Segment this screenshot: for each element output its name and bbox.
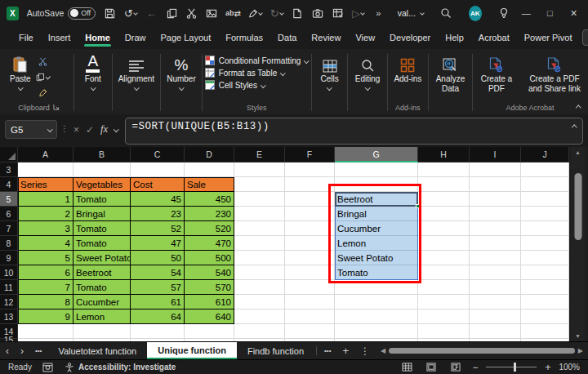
formula-input[interactable]: =SORT(UNIQUE(B5:B13)) <box>125 118 583 145</box>
column-header-A[interactable]: A <box>18 147 74 163</box>
cell-D4[interactable]: Sale <box>185 177 234 192</box>
cell-A9[interactable]: 5 <box>18 251 74 265</box>
row-header-15[interactable]: 15 <box>0 339 18 341</box>
font-button[interactable]: A Font <box>82 52 105 89</box>
cell-B11[interactable]: Tomato <box>74 280 131 295</box>
number-dropdown-icon[interactable] <box>179 85 184 90</box>
new-file-icon[interactable] <box>292 6 304 20</box>
cell-D5[interactable]: 450 <box>185 192 234 207</box>
undo-dropdown-icon[interactable] <box>133 11 138 16</box>
create-pdf-share-button[interactable]: Create a PDF and Share link <box>524 52 585 93</box>
enter-icon[interactable]: ✓ <box>86 124 94 136</box>
cell-C4[interactable]: Cost <box>131 177 185 192</box>
copy-icon[interactable] <box>166 6 178 20</box>
hscroll-left-icon[interactable]: ◀ <box>381 347 385 354</box>
cell-D11[interactable]: 570 <box>185 280 234 295</box>
cell-styles-button[interactable]: Cell Styles <box>205 80 309 90</box>
format-as-table-button[interactable]: Format as Table <box>205 68 309 78</box>
format-as-table-dropdown-icon[interactable] <box>280 70 285 75</box>
create-pdf-button[interactable]: Create a PDF <box>475 52 518 93</box>
cell-G5[interactable]: Beetroot <box>335 192 418 207</box>
cells-dropdown-icon[interactable] <box>327 85 332 90</box>
ribbon-tab-help[interactable]: Help <box>438 29 471 47</box>
row-header-11[interactable]: 11 <box>0 280 18 295</box>
sheet-menu-icon[interactable]: ••• <box>29 342 47 359</box>
cell-C8[interactable]: 47 <box>131 236 185 251</box>
cell-A4[interactable]: Series <box>18 177 74 192</box>
conditional-formatting-button[interactable]: Conditional Formatting <box>205 56 309 65</box>
sheet-tab-valuetotext-function[interactable]: Valuetotext function <box>47 342 147 359</box>
cell-G10[interactable]: Tomato <box>335 265 418 280</box>
format-painter-icon[interactable] <box>248 6 262 20</box>
table-properties-icon[interactable] <box>332 6 344 20</box>
page-break-view-icon[interactable] <box>448 363 464 372</box>
select-all-corner[interactable] <box>0 147 18 163</box>
cells-button[interactable]: Cells <box>317 52 341 89</box>
ribbon-tab-review[interactable]: Review <box>304 29 348 47</box>
zoom-slider-thumb[interactable] <box>514 363 516 372</box>
cell-A5[interactable]: 1 <box>18 192 74 207</box>
cell-B5[interactable]: Tomato <box>74 192 131 207</box>
cell-C13[interactable]: 64 <box>131 309 185 324</box>
cell-C12[interactable]: 61 <box>131 295 185 309</box>
paste-dropdown-icon[interactable] <box>18 85 23 90</box>
font-dropdown-icon[interactable] <box>91 85 96 90</box>
cell-G6[interactable]: Bringal <box>335 207 418 221</box>
cell-D7[interactable]: 520 <box>185 221 234 236</box>
ribbon-tab-acrobat[interactable]: Acrobat <box>471 29 517 47</box>
cell-C10[interactable]: 54 <box>131 265 185 280</box>
page-layout-view-icon[interactable] <box>423 363 439 372</box>
row-header-6[interactable]: 6 <box>0 207 18 221</box>
cell-A13[interactable]: 9 <box>18 309 74 324</box>
row-header-13[interactable]: 13 <box>0 309 18 324</box>
sheet-tab-unique-function[interactable]: Unique function <box>147 342 237 359</box>
editing-button[interactable]: Editing <box>352 52 384 89</box>
autosave-switch[interactable]: Off <box>68 7 96 20</box>
zoom-level[interactable]: 100% <box>559 363 580 372</box>
name-box[interactable]: G5 <box>5 120 57 139</box>
cell-B4[interactable]: Vegetables <box>74 177 131 192</box>
row-header-3[interactable]: 3 <box>0 163 18 177</box>
ribbon-tab-power-pivot[interactable]: Power Pivot <box>517 29 580 47</box>
column-header-H[interactable]: H <box>418 147 470 163</box>
find-replace-icon[interactable]: ab⇄ <box>226 6 240 20</box>
tab-options-icon[interactable]: ⋮ <box>354 342 376 359</box>
avatar[interactable]: AK <box>469 6 482 21</box>
cell-D12[interactable]: 610 <box>185 295 234 309</box>
cell-B12[interactable]: Cucumber <box>74 295 131 309</box>
hscroll-right-icon[interactable]: ▶ <box>578 347 583 354</box>
ribbon-tab-insert[interactable]: Insert <box>41 29 78 47</box>
ribbon-tab-page-layout[interactable]: Page Layout <box>153 29 218 47</box>
minimize-button[interactable]: — <box>519 5 534 21</box>
save-icon[interactable] <box>104 6 116 20</box>
column-header-I[interactable]: I <box>470 147 521 163</box>
qat-overflow-icon[interactable]: » <box>372 6 385 20</box>
comments-button[interactable]: Comments <box>582 29 588 46</box>
vertical-scrollbar[interactable]: ▲▼ <box>571 147 585 341</box>
cell-D13[interactable]: 640 <box>185 309 234 324</box>
row-header-5[interactable]: 5 <box>0 192 18 207</box>
cut-icon[interactable] <box>185 6 198 20</box>
camera-icon[interactable] <box>312 6 324 20</box>
conditional-formatting-dropdown-icon[interactable] <box>304 58 309 63</box>
prev-sheet-icon[interactable]: ‹ <box>0 342 15 359</box>
cell-D6[interactable]: 230 <box>185 207 234 221</box>
cell-D8[interactable]: 470 <box>185 236 234 251</box>
search-icon[interactable] <box>440 6 452 20</box>
vscroll-down-icon[interactable]: ▼ <box>575 333 581 339</box>
formula-bar-splitter[interactable]: ⋮ <box>60 124 69 133</box>
cell-C9[interactable]: 50 <box>131 251 185 265</box>
column-header-F[interactable]: F <box>285 147 335 163</box>
editing-dropdown-icon[interactable] <box>365 85 370 90</box>
column-header-J[interactable]: J <box>521 147 569 163</box>
cut-button[interactable] <box>36 56 51 68</box>
close-button[interactable]: × <box>566 5 581 21</box>
document-menu-icon[interactable] <box>420 11 425 16</box>
normal-view-icon[interactable] <box>399 363 415 372</box>
cell-styles-dropdown-icon[interactable] <box>261 82 265 87</box>
cell-C7[interactable]: 52 <box>131 221 185 236</box>
lightbulb-icon[interactable] <box>498 6 510 20</box>
cancel-icon[interactable]: × <box>74 124 79 136</box>
cell-A10[interactable]: 6 <box>18 265 74 280</box>
row-header-12[interactable]: 12 <box>0 295 18 309</box>
